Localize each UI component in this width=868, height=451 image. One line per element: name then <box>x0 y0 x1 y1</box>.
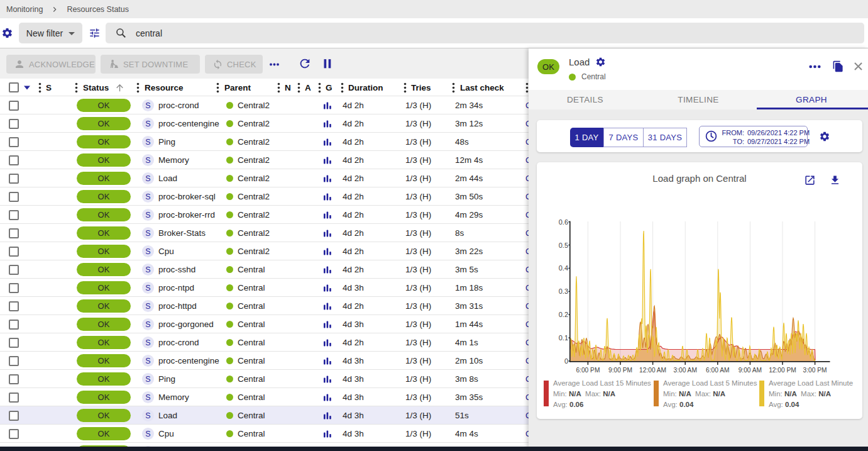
svg-text:0.1: 0.1 <box>559 334 568 342</box>
svg-text:0.2: 0.2 <box>559 311 568 318</box>
svg-text:0.5: 0.5 <box>559 242 568 249</box>
svg-text:0.4: 0.4 <box>559 264 568 272</box>
svg-text:6:00 AM: 6:00 AM <box>706 367 729 374</box>
svg-text:12:00 AM: 12:00 AM <box>639 367 666 374</box>
svg-text:9:00 AM: 9:00 AM <box>739 367 762 374</box>
svg-text:12:00 PM: 12:00 PM <box>769 367 796 374</box>
svg-text:3:00 PM: 3:00 PM <box>803 367 827 374</box>
svg-text:0.6: 0.6 <box>559 218 568 226</box>
svg-text:6:00 PM: 6:00 PM <box>576 367 600 374</box>
svg-text:0.3: 0.3 <box>559 287 568 295</box>
svg-text:3:00 AM: 3:00 AM <box>674 367 697 374</box>
svg-text:9:00 PM: 9:00 PM <box>608 367 632 374</box>
svg-text:0: 0 <box>564 357 568 365</box>
